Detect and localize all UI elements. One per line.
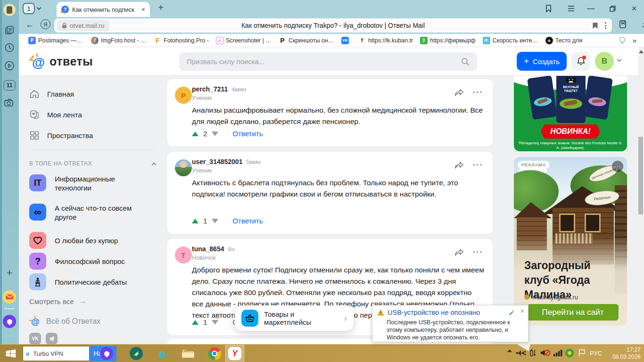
- comment-avatar-photo[interactable]: [175, 159, 192, 176]
- topic-item-philosophy[interactable]: ? Философский вопрос: [29, 253, 125, 270]
- comment-username[interactable]: perch_72114мин: [192, 85, 246, 93]
- share-icon[interactable]: [454, 88, 464, 97]
- marketplace-pill[interactable]: Товары и маркетплейсы ›: [235, 305, 354, 331]
- comment-username[interactable]: user_3148520015мин: [192, 158, 261, 165]
- telegram-icon[interactable]: [46, 333, 58, 345]
- bookmark-item[interactable]: fImgFoto.host - Бес: [91, 37, 147, 44]
- browser-menu-icon[interactable]: [566, 4, 576, 13]
- window-restore-button[interactable]: [607, 4, 618, 13]
- bookmark-item[interactable]: +Тесто для: [545, 37, 583, 44]
- taskbar-app-icon[interactable]: [129, 346, 143, 361]
- comment-avatar[interactable]: T: [175, 247, 192, 263]
- bookmark-item[interactable]: PPostimages — бес: [28, 37, 84, 44]
- tray-volume-muted-icon[interactable]: [540, 349, 551, 357]
- downloads-icon[interactable]: 4: [641, 20, 644, 30]
- tray-expand-icon[interactable]: [507, 349, 512, 352]
- alice-icon[interactable]: [3, 315, 16, 328]
- tray-antivirus-icon[interactable]: [565, 349, 574, 357]
- account-chevron-icon[interactable]: [618, 59, 621, 61]
- comment-menu-icon[interactable]: ···: [473, 88, 483, 97]
- notifications-button[interactable]: [571, 52, 590, 71]
- upvote-button[interactable]: [192, 219, 198, 223]
- profile-avatar[interactable]: [3, 4, 16, 16]
- tray-battery-icon[interactable]: [530, 349, 538, 356]
- taskbar-yandex-browser-icon[interactable]: Y: [228, 346, 242, 361]
- taskbar-explorer-icon[interactable]: [181, 346, 195, 361]
- new-tab-button[interactable]: +: [156, 3, 166, 12]
- screenshot-icon[interactable]: [4, 98, 15, 108]
- url-pill[interactable]: otvet.mail.ru: [57, 20, 109, 31]
- topic-item-politics[interactable]: Политические дебаты: [29, 273, 127, 290]
- notification-close-icon[interactable]: ×: [520, 307, 524, 315]
- taskbar-ie-icon[interactable]: e: [156, 346, 170, 361]
- see-all-link[interactable]: Смотреть все →: [29, 296, 87, 306]
- taskbar-chrome-icon[interactable]: [207, 346, 222, 361]
- downvote-button[interactable]: [212, 219, 218, 223]
- collections-icon[interactable]: [619, 20, 628, 31]
- ad-cta-button[interactable]: Перейти на сайт: [527, 304, 619, 321]
- topic-item-love[interactable]: О любви без купюр: [29, 232, 118, 249]
- tabs-counter[interactable]: 11: [4, 80, 16, 90]
- bookmark-item[interactable]: Screenshoter | Anr: [216, 37, 272, 44]
- search-icon[interactable]: [461, 58, 470, 66]
- tab-close-icon[interactable]: ×: [141, 6, 145, 13]
- collapse-chevron-icon[interactable]: [152, 162, 157, 167]
- otvety-logo[interactable]: @ ответы: [29, 53, 93, 69]
- sidebar-item-home[interactable]: Главная: [29, 89, 74, 99]
- comment-username[interactable]: tuna_86546ч: [192, 245, 235, 253]
- bookmarks-panel-icon[interactable]: [543, 4, 553, 13]
- sidebar-item-spaces[interactable]: Пространства: [29, 130, 93, 140]
- taskbar-search[interactable]: e: [23, 346, 90, 361]
- comment-menu-icon[interactable]: ···: [473, 248, 483, 256]
- taskbar-alice-icon[interactable]: [99, 346, 114, 361]
- about-otvety-link[interactable]: @ Всё об Ответах: [29, 316, 100, 327]
- vk-icon[interactable]: VK: [29, 333, 41, 345]
- language-indicator[interactable]: РУС: [590, 350, 602, 357]
- start-button[interactable]: [5, 348, 17, 361]
- bookmark-item[interactable]: IPСкорость интерне: [483, 37, 538, 44]
- taskbar-search-input[interactable]: [32, 350, 79, 358]
- bookmark-item[interactable]: https://lk.kuban.tr: [358, 37, 413, 44]
- downvote-button[interactable]: [212, 320, 218, 325]
- upvote-button[interactable]: [192, 320, 198, 325]
- bookmarks-overflow-icon[interactable]: »: [633, 36, 636, 44]
- scrollbar-thumb[interactable]: [638, 137, 643, 214]
- sidebar-item-feed[interactable]: Моя лента: [29, 109, 82, 120]
- ad-menu-icon[interactable]: ···: [612, 161, 623, 172]
- tray-action-center-icon[interactable]: [578, 349, 586, 357]
- chevron-down-icon[interactable]: [37, 6, 41, 10]
- upvote-button[interactable]: [192, 132, 198, 136]
- notification-settings-icon[interactable]: [509, 309, 515, 317]
- scrollbar-up-arrow[interactable]: [639, 50, 644, 53]
- comment-menu-icon[interactable]: ···: [473, 161, 483, 169]
- top-section-header[interactable]: В ТОПЕ НА ОТВЕТАХ: [29, 160, 156, 167]
- topic-item-other[interactable]: ∞ А сейчас что-то совсем другое: [29, 204, 149, 222]
- address-bar[interactable]: otvet.mail.ru Как отменить подписку Trak…: [54, 18, 612, 33]
- taskbar-clock[interactable]: 17:27 08.03.2026: [605, 346, 641, 361]
- active-tab[interactable]: ? Как отменить подписк ×: [57, 2, 150, 17]
- share-icon[interactable]: [454, 160, 464, 169]
- tab-group-counter[interactable]: 1: [23, 3, 41, 14]
- bookmark-item[interactable]: FFotohosting.Pro -: [154, 37, 209, 44]
- user-avatar[interactable]: B: [595, 52, 614, 71]
- tab-count[interactable]: 1: [23, 3, 35, 14]
- window-minimize-button[interactable]: —: [586, 4, 596, 13]
- back-button[interactable]: ←: [25, 20, 34, 30]
- share-icon[interactable]: [454, 247, 464, 256]
- window-close-button[interactable]: ×: [629, 4, 639, 13]
- tray-usb-icon[interactable]: [516, 348, 526, 358]
- sidebar-add-icon[interactable]: +: [7, 267, 13, 279]
- balloon-bookmark[interactable]: [619, 37, 626, 44]
- yandex-button[interactable]: Я: [41, 19, 50, 29]
- sidebar-more-icon[interactable]: ···: [6, 332, 13, 339]
- notes-icon[interactable]: [4, 25, 15, 35]
- mail-icon[interactable]: [3, 290, 16, 304]
- bookmark-item[interactable]: https://фирмырф: [420, 37, 476, 44]
- tray-network-icon[interactable]: [553, 350, 563, 356]
- site-search-input[interactable]: [179, 52, 477, 71]
- ad-url[interactable]: malinayagoda.ru: [524, 294, 578, 301]
- bookmark-item[interactable]: PСкриншоты онлай: [279, 37, 334, 44]
- usb-notification[interactable]: USB-устройство не опознано × Последнее U…: [372, 305, 528, 342]
- reply-link[interactable]: Ответить: [232, 130, 263, 138]
- history-icon[interactable]: [4, 42, 15, 53]
